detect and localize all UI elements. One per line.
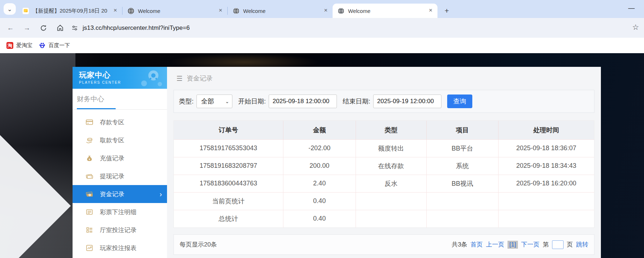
start-date-input[interactable] bbox=[269, 95, 337, 108]
sidebar-item-label: 玩家投注报表 bbox=[100, 244, 136, 252]
bookmark-baidu[interactable]: 百度一下 bbox=[39, 42, 70, 49]
player-center-panel: 玩家中心 PLAYERS CENTER 财务中心 bbox=[73, 67, 601, 258]
cell-amount: 200.00 bbox=[283, 157, 356, 175]
report-chart-icon bbox=[85, 244, 93, 252]
sidebar: 玩家中心 PLAYERS CENTER 财务中心 bbox=[73, 67, 167, 258]
sidebar-item-label: 提现记录 bbox=[100, 172, 124, 180]
home-button[interactable] bbox=[54, 22, 66, 34]
close-icon[interactable]: × bbox=[323, 8, 329, 14]
back-button[interactable]: ← bbox=[4, 22, 17, 34]
bookmark-label: 爱淘宝 bbox=[16, 42, 32, 49]
cell-amount: 0.40 bbox=[283, 192, 356, 210]
cell-amount: 0.40 bbox=[283, 210, 356, 227]
tab-notification[interactable]: 【新提醒】2025年09月18日 20 × bbox=[17, 4, 122, 18]
tab-strip: ⌄ 【新提醒】2025年09月18日 20 × Welcome × bbox=[0, 0, 644, 18]
cell-project: 系统 bbox=[426, 157, 498, 175]
globe-icon bbox=[338, 8, 344, 14]
sidebar-item-label: 取款专区 bbox=[100, 136, 124, 144]
close-icon[interactable]: × bbox=[427, 8, 434, 14]
moneybag-icon: ¥ bbox=[85, 154, 93, 162]
forward-button[interactable]: → bbox=[21, 22, 33, 34]
notification-mail-icon bbox=[22, 8, 29, 14]
first-page-link[interactable]: 首页 bbox=[471, 240, 483, 249]
cell-label: 当前页统计 bbox=[174, 192, 283, 210]
table-row: 1758191765353043 -202.00 额度转出 BB平台 2025-… bbox=[174, 139, 594, 157]
close-icon[interactable]: × bbox=[217, 8, 224, 14]
tab-actions-button[interactable]: ⌄ bbox=[4, 3, 16, 15]
new-tab-button[interactable]: + bbox=[442, 6, 452, 16]
sidebar-item-fund-records[interactable]: ¥ 资金记录 › bbox=[73, 185, 167, 203]
content-area: ☰ 资金记录 类型: 全部 ⌄ 开始日期: 结束日期: 查询 bbox=[167, 67, 601, 258]
wallet-icon bbox=[85, 172, 93, 180]
gamepad-decoration-icon bbox=[135, 69, 163, 88]
pagination-bar: 每页显示20条 共3条 首页 上一页 [1] 下一页 第 页 跳转 bbox=[173, 234, 594, 255]
records-table-container: 订单号 金额 类型 项目 处理时间 1758191765353043 -202.… bbox=[173, 120, 594, 228]
sidebar-item-label: 厅室投注记录 bbox=[100, 226, 136, 234]
hamburger-icon[interactable]: ☰ bbox=[176, 74, 182, 83]
col-header-amount: 金额 bbox=[283, 121, 356, 139]
sidebar-item-player-bet-report[interactable]: 玩家投注报表 bbox=[73, 239, 167, 257]
sidebar-item-deposit-zone[interactable]: 存款专区 bbox=[73, 113, 167, 131]
grid-list-icon bbox=[85, 226, 93, 234]
minimize-icon: — bbox=[628, 4, 635, 11]
tab-welcome-active[interactable]: Welcome × bbox=[333, 4, 437, 18]
page-jump-input[interactable] bbox=[552, 240, 564, 249]
tab-title: 【新提醒】2025年09月18日 20 bbox=[33, 8, 112, 14]
reload-icon bbox=[40, 24, 47, 32]
sidebar-item-lottery-bet-details[interactable]: 彩票下注明细 bbox=[73, 203, 167, 221]
next-page-link[interactable]: 下一页 bbox=[521, 240, 539, 249]
divider bbox=[73, 109, 167, 110]
col-header-order-no: 订单号 bbox=[174, 121, 283, 139]
cell-order-no: 1758191683208797 bbox=[174, 157, 283, 175]
reload-button[interactable] bbox=[37, 22, 50, 34]
sidebar-item-label: 彩票下注明细 bbox=[100, 208, 136, 216]
sidebar-header: 玩家中心 PLAYERS CENTER bbox=[73, 67, 167, 89]
bookmark-star-button[interactable]: ☆ bbox=[632, 23, 639, 32]
tab-title: Welcome bbox=[348, 8, 427, 14]
star-icon: ☆ bbox=[632, 23, 639, 31]
page-size-text: 每页显示20条 bbox=[180, 240, 217, 249]
sidebar-menu: 存款专区 取款专区 ¥ bbox=[73, 113, 167, 257]
tab-welcome-1[interactable]: Welcome × bbox=[122, 4, 227, 18]
col-header-project: 项目 bbox=[426, 121, 498, 139]
close-icon[interactable]: × bbox=[112, 8, 119, 14]
cell-type: 反水 bbox=[356, 175, 427, 192]
filter-bar: 类型: 全部 ⌄ 开始日期: 结束日期: 查询 bbox=[173, 90, 594, 113]
jump-link[interactable]: 跳转 bbox=[576, 240, 588, 249]
globe-icon bbox=[233, 8, 240, 14]
table-header-row: 订单号 金额 类型 项目 处理时间 bbox=[174, 121, 594, 139]
prev-page-link[interactable]: 上一页 bbox=[486, 240, 504, 249]
select-arrow-icon: ⌄ bbox=[225, 99, 229, 104]
sidebar-item-recharge-records[interactable]: ¥ 充值记录 bbox=[73, 149, 167, 167]
site-info-icon[interactable] bbox=[71, 24, 78, 32]
sidebar-item-withdrawal-records[interactable]: 提现记录 bbox=[73, 167, 167, 185]
end-date-input[interactable] bbox=[373, 95, 441, 108]
sidebar-item-hall-bet-records[interactable]: 厅室投注记录 bbox=[73, 221, 167, 239]
chevron-right-icon: › bbox=[159, 190, 162, 198]
browser-toolbar: ← → js13.cc/hhcp/usercenter.html?iniType… bbox=[0, 18, 644, 38]
globe-icon bbox=[128, 8, 134, 14]
withdraw-hand-icon bbox=[85, 136, 93, 144]
url-text[interactable]: js13.cc/hhcp/usercenter.html?iniType=6 bbox=[83, 24, 190, 32]
table-row: 1758191683208797 200.00 在线存款 系统 2025-09-… bbox=[174, 157, 594, 175]
sidebar-item-withdraw-zone[interactable]: 取款专区 bbox=[73, 131, 167, 149]
type-select[interactable]: 全部 ⌄ bbox=[196, 95, 232, 108]
forward-icon: → bbox=[24, 24, 31, 32]
bookmark-label: 百度一下 bbox=[48, 42, 70, 49]
search-button[interactable]: 查询 bbox=[447, 95, 472, 108]
baidu-paw-icon bbox=[39, 42, 46, 49]
col-header-time: 处理时间 bbox=[498, 121, 594, 139]
tab-welcome-2[interactable]: Welcome × bbox=[228, 4, 333, 18]
content-header: ☰ 资金记录 bbox=[167, 67, 601, 90]
cell-time: 2025-09-18 16:20:00 bbox=[498, 175, 594, 192]
sidebar-item-label: 充值记录 bbox=[100, 154, 124, 162]
col-header-type: 类型 bbox=[356, 121, 427, 139]
bookmarks-bar: 淘 爱淘宝 百度一下 bbox=[0, 38, 644, 53]
taobao-icon: 淘 bbox=[6, 42, 13, 49]
screen: ⌄ 【新提醒】2025年09月18日 20 × Welcome × bbox=[0, 0, 644, 258]
window-minimize-button[interactable]: — bbox=[628, 4, 635, 12]
back-icon: ← bbox=[7, 24, 14, 32]
bookmark-taobao[interactable]: 淘 爱淘宝 bbox=[6, 42, 32, 49]
tab-title: Welcome bbox=[243, 8, 323, 14]
url-bar[interactable]: js13.cc/hhcp/usercenter.html?iniType=6 bbox=[71, 24, 644, 32]
